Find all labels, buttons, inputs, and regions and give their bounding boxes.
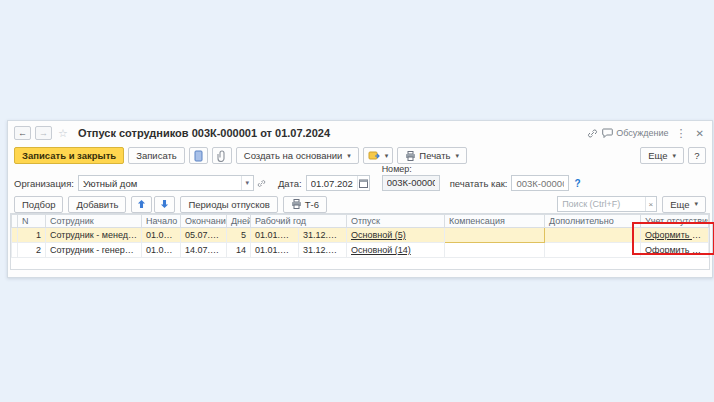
number-field[interactable] bbox=[382, 175, 440, 191]
back-button[interactable]: ← bbox=[14, 126, 31, 140]
cell-compensation[interactable] bbox=[445, 243, 545, 258]
move-up-button[interactable] bbox=[131, 196, 152, 213]
reports-button[interactable]: ▾ bbox=[363, 147, 394, 164]
add-button[interactable]: Добавить bbox=[68, 196, 126, 213]
chevron-down-icon: ▾ bbox=[694, 200, 698, 208]
absence-link[interactable]: Оформить отпуск bbox=[645, 230, 709, 240]
print-button[interactable]: Печать▾ bbox=[397, 147, 467, 164]
column-header[interactable]: Сотрудник bbox=[46, 215, 142, 228]
cell-absence[interactable]: Оформить отпуск bbox=[641, 243, 709, 258]
print-as-field[interactable] bbox=[511, 175, 569, 191]
vacation-table: NСотрудникНачалоОкончаниеДнейРабочий год… bbox=[11, 214, 709, 258]
cell-work_year_start[interactable]: 01.01.2023 bbox=[251, 243, 299, 258]
date-input[interactable] bbox=[307, 178, 358, 189]
cell-employee[interactable]: Сотрудник - генеральный ди... bbox=[46, 243, 142, 258]
column-header[interactable]: Дней bbox=[227, 215, 251, 228]
pick-button[interactable]: Подбор bbox=[14, 196, 63, 213]
vacation-table-container: NСотрудникНачалоОкончаниеДнейРабочий год… bbox=[10, 213, 710, 270]
table-row[interactable]: 1Сотрудник - менеджер01.07.202405.07.202… bbox=[12, 228, 709, 243]
page-title: Отпуск сотрудников 003К-000001 от 01.07.… bbox=[78, 127, 330, 139]
cell-end[interactable]: 05.07.2024 bbox=[181, 228, 227, 243]
move-down-button[interactable] bbox=[154, 196, 175, 213]
forward-button[interactable]: → bbox=[35, 126, 52, 140]
search-input[interactable] bbox=[558, 199, 645, 209]
column-header[interactable]: Компенсация bbox=[445, 215, 545, 228]
document-icon bbox=[194, 150, 203, 162]
print-as-label: печатать как: bbox=[450, 178, 508, 189]
print-as-input[interactable] bbox=[512, 178, 568, 189]
cell-additional[interactable] bbox=[545, 243, 641, 258]
column-header[interactable]: N bbox=[18, 215, 46, 228]
vacation-link[interactable]: Основной (5) bbox=[351, 230, 406, 240]
chevron-down-icon: ▾ bbox=[385, 152, 389, 160]
cell-vacation[interactable]: Основной (14) bbox=[347, 243, 445, 258]
save-and-close-button[interactable]: Записать и закрыть bbox=[14, 147, 124, 164]
number-label: Номер: bbox=[382, 164, 436, 174]
organization-label: Организация: bbox=[14, 178, 74, 189]
printer-icon bbox=[405, 151, 416, 161]
help-button[interactable]: ? bbox=[688, 147, 706, 164]
cell-vacation[interactable]: Основной (5) bbox=[347, 228, 445, 243]
desktop-background: { "window": { "title": "Отпуск сотрудник… bbox=[0, 0, 714, 402]
table-toolbar: Подбор Добавить Периоды отпусков Т-6 × Е… bbox=[14, 195, 706, 213]
column-header[interactable]: Окончание bbox=[181, 215, 227, 228]
chevron-down-icon: ▾ bbox=[347, 152, 351, 160]
t6-print-button[interactable]: Т-6 bbox=[283, 196, 327, 213]
cell-additional[interactable] bbox=[545, 228, 641, 243]
organization-dropdown-icon[interactable]: ▾ bbox=[241, 176, 253, 190]
title-bar: ← → ☆ Отпуск сотрудников 003К-000001 от … bbox=[14, 124, 706, 142]
organization-input[interactable] bbox=[79, 178, 241, 189]
cell-employee[interactable]: Сотрудник - менеджер bbox=[46, 228, 142, 243]
create-based-on-button[interactable]: Создать на основании▾ bbox=[236, 147, 359, 164]
table-row[interactable]: 2Сотрудник - генеральный ди...01.07.2024… bbox=[12, 243, 709, 258]
absence-link[interactable]: Оформить отпуск bbox=[645, 245, 709, 255]
column-header[interactable]: Начало bbox=[142, 215, 181, 228]
column-header[interactable]: Учет отсутствия bbox=[641, 215, 709, 228]
number-group: Номер: bbox=[382, 164, 440, 191]
cell-start[interactable]: 01.07.2024 bbox=[142, 243, 181, 258]
column-header[interactable]: Отпуск bbox=[347, 215, 445, 228]
open-link-icon[interactable] bbox=[257, 179, 266, 188]
cell-work_year_end[interactable]: 31.12.2023 bbox=[299, 243, 347, 258]
date-field[interactable] bbox=[306, 175, 370, 191]
column-header[interactable]: Дополнительно bbox=[545, 215, 641, 228]
more-button-table[interactable]: Еще▾ bbox=[662, 196, 706, 213]
search-box: × bbox=[557, 196, 657, 212]
cell-n[interactable]: 2 bbox=[18, 243, 46, 258]
vacation-link[interactable]: Основной (14) bbox=[351, 245, 411, 255]
forward-icon: → bbox=[39, 128, 48, 138]
search-clear-icon[interactable]: × bbox=[645, 197, 656, 211]
window-menu-icon[interactable]: ⋮ bbox=[673, 127, 690, 140]
column-header[interactable]: Рабочий год bbox=[251, 215, 347, 228]
cell-days[interactable]: 5 bbox=[227, 228, 251, 243]
cell-work_year_start[interactable]: 01.01.2023 bbox=[251, 228, 299, 243]
copy-link-button[interactable] bbox=[587, 128, 598, 139]
cell-days[interactable]: 14 bbox=[227, 243, 251, 258]
attachments-button[interactable] bbox=[212, 147, 232, 164]
cell-end[interactable]: 14.07.2024 bbox=[181, 243, 227, 258]
arrow-up-icon bbox=[137, 199, 146, 209]
favorite-star-icon[interactable]: ☆ bbox=[58, 127, 68, 140]
cell-compensation[interactable] bbox=[445, 228, 545, 243]
more-button-top[interactable]: Еще▾ bbox=[640, 147, 684, 164]
discussion-button[interactable]: Обсуждение bbox=[602, 128, 668, 138]
close-icon[interactable]: ✕ bbox=[694, 128, 706, 139]
cell-start[interactable]: 01.07.2024 bbox=[142, 228, 181, 243]
cell-work_year_end[interactable]: 31.12.2023 bbox=[299, 228, 347, 243]
discussion-icon bbox=[602, 128, 613, 138]
cell-n[interactable]: 1 bbox=[18, 228, 46, 243]
discussion-label: Обсуждение bbox=[616, 128, 668, 138]
post-document-button[interactable] bbox=[189, 147, 208, 164]
cell-absence[interactable]: Оформить отпуск bbox=[641, 228, 709, 243]
field-help-icon[interactable]: ? bbox=[574, 178, 580, 189]
save-button[interactable]: Записать bbox=[128, 147, 185, 164]
table-body: 1Сотрудник - менеджер01.07.202405.07.202… bbox=[12, 228, 709, 258]
organization-field[interactable]: ▾ bbox=[78, 175, 254, 191]
vacation-periods-button[interactable]: Периоды отпусков bbox=[180, 196, 277, 213]
number-input[interactable] bbox=[383, 177, 439, 188]
printer-icon bbox=[291, 199, 302, 209]
calendar-icon[interactable] bbox=[357, 176, 368, 190]
link-icon bbox=[587, 128, 598, 139]
table-header-row: NСотрудникНачалоОкончаниеДнейРабочий год… bbox=[12, 215, 709, 228]
chevron-down-icon: ▾ bbox=[672, 152, 676, 160]
